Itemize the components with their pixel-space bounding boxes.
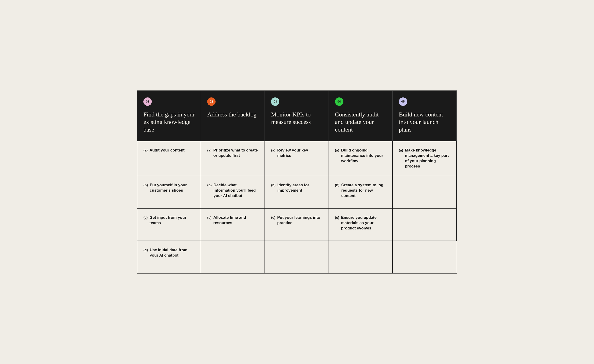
empty-cell-col3-row4 [265,241,329,273]
cell-text-col3-row1: Review your key metrics [277,148,323,158]
empty-cell-col4-row4 [329,241,393,273]
cell-label-col1-row2: (b) [143,182,148,187]
table-grid: 01Find the gaps in your existing knowled… [137,91,457,273]
cell-text-col2-row3: Allocate time and resources [214,215,259,226]
header-cell-col-03: 03Monitor KPIs to measure success [265,91,329,141]
cell-label-col3-row1: (a) [271,148,275,152]
empty-cell-col2-row4 [201,241,265,273]
main-table: 01Find the gaps in your existing knowled… [137,90,457,274]
cell-label-col3-row3: (c) [271,215,275,219]
cell-label-col4-row3: (c) [335,215,339,219]
body-cell-col3-row2: (b)Identify areas for improvement [265,176,329,208]
badge-col-05: 05 [399,97,407,106]
cell-text-col1-row1: Audit your content [149,148,184,153]
cell-label-col1-row4: (d) [143,248,148,252]
empty-cell-col5-row3 [393,208,457,241]
body-cell-col4-row2: (b)Create a system to log requests for n… [329,176,393,208]
body-cell-col2-row2: (b)Decide what information you'll feed y… [201,176,265,208]
cell-text-col3-row3: Put your learnings into practice [277,215,323,226]
header-cell-col-04: 04Consistently audit and update your con… [329,91,393,141]
cell-text-col4-row3: Ensure you update materials as your prod… [341,215,386,231]
header-title-col-04: Consistently audit and update your conte… [335,111,386,134]
badge-col-03: 03 [271,97,279,106]
cell-text-col1-row2: Put yourself in your customer's shoes [150,182,195,193]
body-cell-col3-row3: (c)Put your learnings into practice [265,208,329,241]
cell-label-col1-row1: (a) [143,148,148,152]
cell-label-col5-row1: (a) [399,148,403,152]
cell-label-col2-row1: (a) [207,148,211,152]
cell-text-col2-row1: Prioritize what to create or update firs… [214,148,259,158]
cell-text-col3-row2: Identify areas for improvement [277,182,323,193]
body-cell-col1-row4: (d)Use initial data from your AI chatbot [137,241,201,273]
cell-label-col4-row1: (a) [335,148,339,152]
body-cell-col2-row1: (a)Prioritize what to create or update f… [201,141,265,176]
header-cell-col-01: 01Find the gaps in your existing knowled… [137,91,201,141]
cell-label-col2-row3: (c) [207,215,211,219]
cell-text-col2-row2: Decide what information you'll feed your… [214,182,258,199]
badge-col-02: 02 [207,97,216,106]
empty-cell-col5-row2 [393,176,457,208]
header-title-col-01: Find the gaps in your existing knowledge… [143,111,195,134]
body-cell-col4-row1: (a)Build ongoing maintenance into your w… [329,141,393,176]
body-cell-col1-row3: (c)Get input from your teams [137,208,201,241]
badge-col-01: 01 [143,97,152,106]
body-cell-col2-row3: (c)Allocate time and resources [201,208,265,241]
body-cell-col3-row1: (a)Review your key metrics [265,141,329,176]
body-cell-col4-row3: (c)Ensure you update materials as your p… [329,208,393,241]
header-title-col-03: Monitor KPIs to measure success [271,111,322,126]
header-title-col-02: Address the backlog [207,111,258,119]
cell-text-col1-row4: Use initial data from your AI chatbot [150,248,195,258]
header-cell-col-02: 02Address the backlog [201,91,265,141]
cell-label-col1-row3: (c) [143,215,148,219]
body-cell-col1-row2: (b)Put yourself in your customer's shoes [137,176,201,208]
cell-label-col4-row2: (b) [335,182,339,187]
cell-label-col3-row2: (b) [271,182,275,187]
body-cell-col1-row1: (a)Audit your content [137,141,201,176]
cell-label-col2-row2: (b) [207,182,212,187]
cell-text-col5-row1: Make knowledge management a key part of … [405,148,450,169]
header-cell-col-05: 05Build new content into your launch pla… [393,91,457,141]
badge-col-04: 04 [335,97,343,106]
cell-text-col4-row1: Build ongoing maintenance into your work… [341,148,386,164]
cell-text-col1-row3: Get input from your teams [149,215,195,226]
cell-text-col4-row2: Create a system to log requests for new … [341,182,386,199]
body-cell-col5-row1: (a)Make knowledge management a key part … [393,141,457,176]
header-title-col-05: Build new content into your launch plans [399,111,450,134]
empty-cell-col5-row4 [393,241,457,273]
